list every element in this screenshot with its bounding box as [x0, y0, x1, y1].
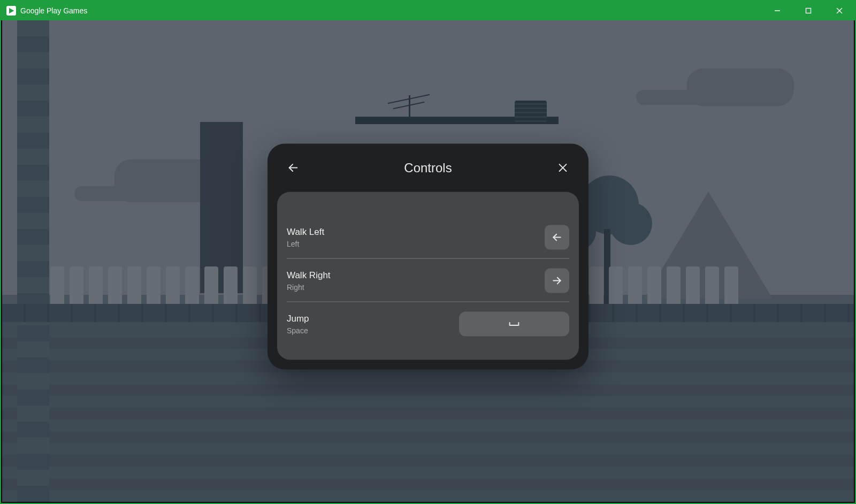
keycap-walk-right[interactable]: [545, 269, 569, 293]
minimize-button[interactable]: [762, 1, 793, 20]
control-row-jump: Jump Space: [287, 302, 569, 345]
game-viewport: Controls Walk Left Left Walk Right Right: [2, 20, 854, 502]
titlebar-left: Google Play Games: [6, 6, 87, 16]
controls-dialog: Controls Walk Left Left Walk Right Right: [268, 144, 588, 370]
control-action: Walk Right: [287, 270, 331, 281]
control-action: Jump: [287, 314, 309, 324]
control-action: Walk Left: [287, 227, 324, 238]
maximize-button[interactable]: [793, 1, 824, 20]
control-text: Jump Space: [287, 314, 309, 335]
close-icon: [557, 162, 569, 174]
dialog-title: Controls: [404, 161, 452, 175]
control-text: Walk Right Right: [287, 270, 331, 292]
close-button[interactable]: [824, 1, 855, 20]
control-text: Walk Left Left: [287, 227, 324, 248]
keycap-jump[interactable]: [459, 312, 569, 337]
app-icon: [6, 6, 16, 16]
window-controls: [762, 1, 855, 20]
dialog-header: Controls: [268, 144, 588, 192]
arrow-left-icon: [552, 232, 562, 243]
arrow-left-icon: [287, 162, 299, 174]
control-key-label: Space: [287, 326, 309, 335]
control-row-walk-right: Walk Right Right: [287, 258, 569, 302]
control-key-label: Left: [287, 240, 324, 248]
back-button[interactable]: [282, 157, 304, 179]
svg-rect-2: [806, 9, 811, 13]
window-titlebar: Google Play Games: [1, 1, 855, 20]
control-row-walk-left: Walk Left Left: [287, 221, 569, 258]
control-key-label: Right: [287, 283, 331, 292]
arrow-right-icon: [552, 276, 562, 286]
svg-marker-0: [9, 8, 14, 14]
space-bar-icon: [509, 322, 519, 327]
keycap-walk-left[interactable]: [545, 225, 569, 250]
controls-panel: Walk Left Left Walk Right Right Jump: [277, 192, 579, 360]
close-dialog-button[interactable]: [552, 157, 574, 179]
window-title: Google Play Games: [20, 6, 87, 15]
